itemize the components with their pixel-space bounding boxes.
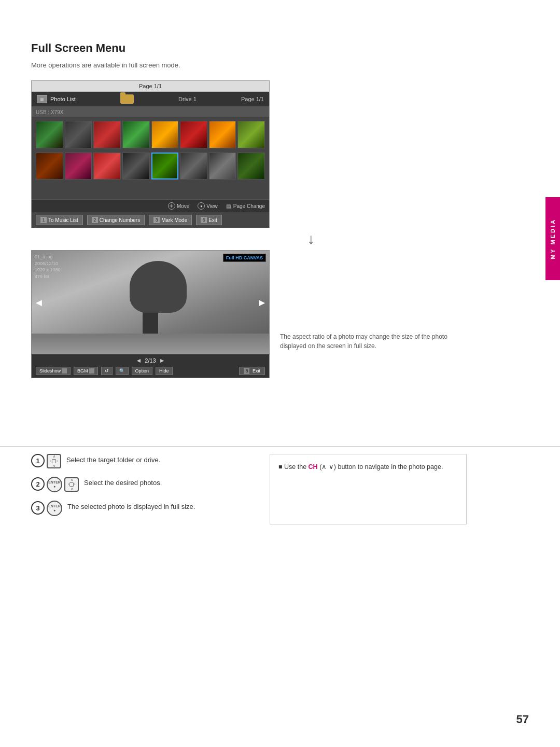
filename: 01_a.jpg [35,254,61,260]
fs-page-nav: ◄ 2/13 ► [36,357,265,364]
thumb-5[interactable] [151,121,179,148]
change-numbers-btn[interactable]: 2 Change Numbers [87,215,145,225]
arrow-down: ↓ [31,231,498,247]
main-content: Full Screen Menu More operations are ava… [31,42,498,378]
enter-btn-step2: ENTER● [47,477,62,492]
left-arrow: ‹ [50,459,51,463]
view-icon: ● [198,202,205,210]
folder-icon [120,94,134,104]
nav-btn-step1: ∧ ‹ › ∨ [47,454,61,468]
enter-btn-step3: ENTER● [47,501,62,516]
move-icon: ✛ [168,202,175,210]
thumb-9[interactable] [36,153,63,180]
steps-left: 1 ∧ ‹ › ∨ Select the target folder or dr… [31,454,254,524]
thumb-15[interactable] [209,153,236,180]
right-arrow-2: › [74,482,75,487]
fs-nav-right-btn[interactable]: ► [257,297,267,309]
thumb-8[interactable] [237,121,265,148]
thumb-6[interactable] [180,121,207,148]
step-1-text: Select the target folder or drive. [66,454,160,464]
ch-label: CH [309,463,318,471]
thumb-14[interactable] [180,153,207,180]
thumb-1[interactable] [36,121,63,148]
badge-suffix: CANVAS [244,255,263,260]
ch-note-text: ■ Use the CH (∧ ∨) button to navigate in… [278,462,458,472]
right-note: The aspect ratio of a photo may change t… [280,332,456,351]
section-divider [0,446,560,447]
down-arrow: ∨ [50,464,58,468]
thumb-16[interactable] [237,153,265,180]
btn-num-1: 1 [40,217,47,223]
option-btn[interactable]: Option [132,367,153,375]
step-1-circle: 1 [31,454,45,467]
page-number: 57 [516,713,529,726]
step-3-circle: 3 [31,501,45,515]
rotate-btn[interactable]: ↺ [101,367,113,375]
ch-text-prefix: Use the [284,463,309,471]
thumb-2[interactable] [65,121,92,148]
page-title: Full Screen Menu [31,42,498,55]
photo-list-title: Photo List [50,96,76,102]
step-3: 3 ENTER● The selected photo is displayed… [31,501,254,516]
fullscreen-viewer: 01_a.jpg 2006/12/10 1020 x 1080 479 kB F… [31,250,270,378]
grid-spacer [32,184,269,199]
nav-arrows: ∧ ‹ › ∨ [50,454,58,468]
bgm-icon [89,368,94,374]
mark-mode-btn[interactable]: 3 Mark Mode [149,215,192,225]
filesize: 479 kB [35,273,61,280]
thumb-13-selected[interactable] [151,153,179,180]
thumb-7[interactable] [209,121,236,148]
lr-arrows: ‹ › [50,459,58,463]
usb-label: USB : X79X [36,109,63,115]
hide-btn[interactable]: Hide [156,367,173,375]
step-2-circle: 2 [31,477,45,491]
ch-text-suffix: button to navigate in the photo page. [338,463,443,471]
header-bar: ▦ Photo List Drive 1 Page 1/1 [32,92,269,106]
to-music-list-btn[interactable]: 1 To Music List [36,215,83,225]
thumb-12[interactable] [122,153,150,180]
ch-bullet: ■ [278,463,284,471]
pagechange-icon: ▤ [226,203,231,209]
thumb-4[interactable] [122,121,150,148]
step-1-controls: 1 ∧ ‹ › ∨ [31,454,61,468]
prev-page-arrow[interactable]: ◄ [135,357,142,364]
thumb-11[interactable] [93,153,121,180]
bgm-btn[interactable]: BGM [74,367,98,375]
thumbnail-grid-row2 [32,153,269,184]
fs-exit-btn[interactable]: 8 Exit [239,367,265,375]
exit-pl-btn[interactable]: 6 Exit [196,215,222,225]
slideshow-icon [62,368,67,374]
top-bar: Page 1/1 [32,81,269,92]
top-bar-text: Page 1/1 [139,83,162,89]
header-left: ▦ Photo List [37,95,76,103]
lr-arrows-2: ‹ › [68,482,76,487]
fs-image-area [32,251,269,354]
photo-list-screen: Page 1/1 ▦ Photo List Drive 1 Page 1/1 U… [31,80,270,228]
nav-hint-pagechange: ▤ Page Change [226,203,265,209]
ground-layer [32,334,269,354]
btn-num-3: 3 [153,217,160,223]
sidebar-tab: MY MEDIA [545,197,560,280]
nav-hint-view: ● View [198,202,218,210]
right-note-text: The aspect ratio of a photo may change t… [280,333,447,350]
exit-num: 8 [244,368,249,374]
nav-btn-step2: ∧ ‹ › ∨ [64,477,79,492]
fs-bottom-bar: ◄ 2/13 ► Slideshow BGM ↺ 🔍 Option Hide [32,354,269,378]
fs-nav-left-btn[interactable]: ◄ [34,297,44,309]
step-2-text: Select the desired photos. [84,477,162,487]
slideshow-btn[interactable]: Slideshow [36,367,71,375]
ch-arrows: (∧ ∨) [319,463,336,471]
next-page-arrow[interactable]: ► [159,357,165,364]
zoom-btn[interactable]: 🔍 [116,367,129,375]
down-arrow-2: ∨ [68,487,76,491]
nav-hint-move: ✛ Move [168,202,189,210]
page-subtitle: More operations are available in full sc… [31,61,498,69]
sidebar-label: MY MEDIA [550,218,556,259]
thumbnail-grid-row1 [32,117,269,153]
thumb-3[interactable] [93,121,121,148]
usb-bar: USB : X79X [32,106,269,117]
drive-label: Drive 1 [178,96,197,102]
badge-prefix: Full HD [226,255,243,260]
step-1: 1 ∧ ‹ › ∨ Select the target folder or dr… [31,454,254,468]
thumb-10[interactable] [65,153,92,180]
